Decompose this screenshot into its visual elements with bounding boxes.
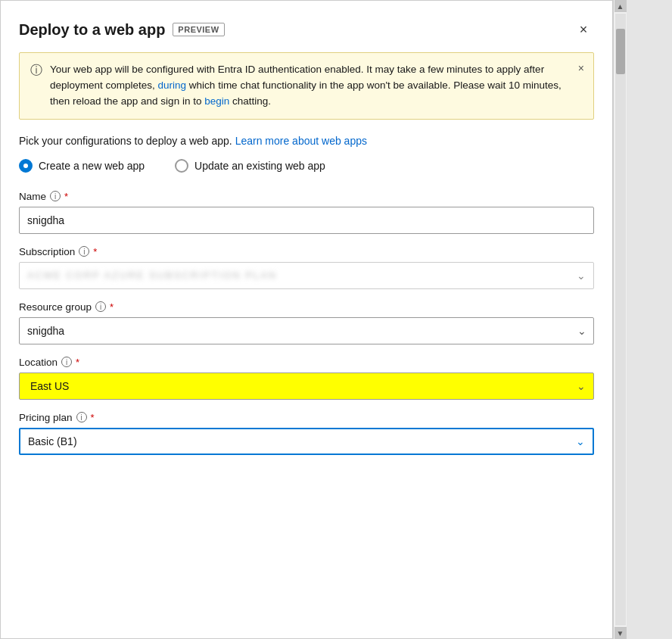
section-desc-text: Pick your configurations to deploy a web… — [19, 135, 235, 147]
radio-option-update[interactable]: Update an existing web app — [175, 159, 325, 173]
name-info-icon[interactable]: i — [50, 191, 61, 201]
subscription-field-section: Subscription i * ACME CORP AZURE SUBSCRI… — [19, 246, 594, 289]
dialog-container: Deploy to a web app PREVIEW × ⓘ Your web… — [0, 0, 672, 639]
dialog-title: Deploy to a web app — [19, 21, 165, 39]
subscription-required-star: * — [93, 246, 97, 257]
location-value: East US — [27, 379, 72, 394]
dialog-panel: Deploy to a web app PREVIEW × ⓘ Your web… — [0, 0, 613, 639]
scroll-thumb[interactable] — [616, 29, 625, 74]
alert-link-during[interactable]: during — [158, 79, 187, 91]
subscription-value: ACME CORP AZURE SUBSCRIPTION PLAN — [27, 270, 277, 281]
radio-option-create[interactable]: Create a new web app — [19, 159, 145, 173]
section-description: Pick your configurations to deploy a web… — [19, 135, 594, 147]
alert-link-begin[interactable]: begin — [204, 95, 229, 107]
location-label-text: Location — [19, 357, 58, 368]
pricing-plan-dropdown[interactable]: Basic (B1) ⌄ — [19, 428, 594, 455]
subscription-label-text: Subscription — [19, 246, 75, 257]
dialog-close-button[interactable]: × — [573, 19, 594, 40]
resource-group-info-icon[interactable]: i — [95, 301, 106, 312]
location-field-section: Location i * East US ⌄ — [19, 357, 594, 400]
radio-create-label: Create a new web app — [39, 160, 145, 172]
scrollbar: ▲ ▼ — [613, 0, 627, 639]
name-field-section: Name i * — [19, 191, 594, 234]
pricing-plan-info-icon[interactable]: i — [76, 412, 87, 422]
location-info-icon[interactable]: i — [61, 357, 72, 367]
dialog-header: Deploy to a web app PREVIEW × — [19, 19, 594, 40]
location-dropdown[interactable]: East US ⌄ — [19, 372, 594, 400]
pricing-plan-value: Basic (B1) — [28, 435, 77, 447]
subscription-label: Subscription i * — [19, 246, 594, 257]
scroll-track — [615, 14, 626, 625]
name-input[interactable] — [19, 207, 594, 234]
radio-update-label: Update an existing web app — [194, 160, 325, 172]
alert-banner: ⓘ Your web app will be configured with E… — [19, 52, 594, 120]
radio-create-indicator — [19, 159, 33, 173]
resource-group-select-wrapper: snigdha ⌄ — [19, 317, 594, 344]
learn-more-link[interactable]: Learn more about web apps — [235, 135, 367, 147]
name-label-text: Name — [19, 191, 46, 202]
preview-badge: PREVIEW — [173, 23, 224, 36]
location-required-star: * — [76, 357, 79, 368]
subscription-info-icon[interactable]: i — [79, 246, 89, 257]
subscription-chevron-icon: ⌄ — [577, 270, 586, 282]
dialog-title-group: Deploy to a web app PREVIEW — [19, 21, 225, 39]
radio-group: Create a new web app Update an existing … — [19, 159, 594, 173]
subscription-dropdown[interactable]: ACME CORP AZURE SUBSCRIPTION PLAN ⌄ — [19, 262, 594, 289]
pricing-plan-field-section: Pricing plan i * Basic (B1) ⌄ — [19, 412, 594, 455]
resource-group-label-text: Resource group — [19, 301, 92, 313]
pricing-plan-label-text: Pricing plan — [19, 412, 73, 423]
pricing-plan-required-star: * — [91, 412, 95, 423]
scroll-down-button[interactable]: ▼ — [614, 627, 627, 639]
alert-close-button[interactable]: × — [578, 62, 584, 74]
alert-text: Your web app will be configured with Ent… — [50, 62, 571, 110]
resource-group-label: Resource group i * — [19, 301, 594, 313]
location-chevron-icon: ⌄ — [577, 380, 586, 392]
resource-group-required-star: * — [110, 301, 114, 313]
name-required-star: * — [64, 191, 68, 202]
scroll-up-button[interactable]: ▲ — [614, 0, 627, 12]
location-label: Location i * — [19, 357, 594, 368]
resource-group-dropdown[interactable]: snigdha — [19, 317, 594, 344]
pricing-plan-chevron-icon: ⌄ — [576, 435, 585, 447]
alert-info-icon: ⓘ — [30, 63, 42, 79]
radio-update-indicator — [175, 159, 188, 173]
resource-group-field-section: Resource group i * snigdha ⌄ — [19, 301, 594, 344]
pricing-plan-label: Pricing plan i * — [19, 412, 594, 423]
name-label: Name i * — [19, 191, 594, 202]
